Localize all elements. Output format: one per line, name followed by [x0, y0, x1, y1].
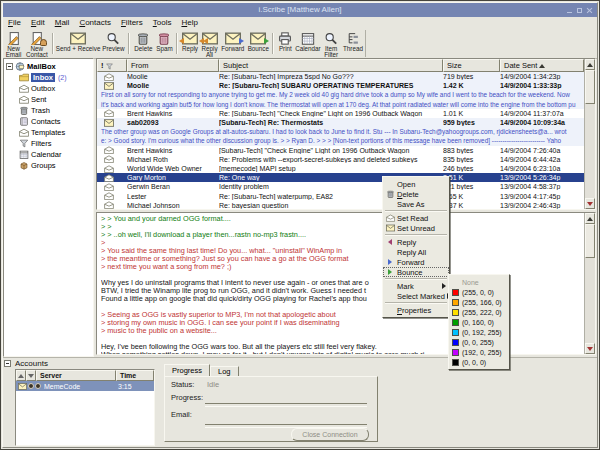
- submenu-item-none[interactable]: None: [449, 277, 509, 287]
- scroll-up-icon[interactable]: [585, 59, 595, 70]
- mail-row[interactable]: Michael RothRe: Problems with --export-s…: [97, 155, 584, 164]
- submenu-item-color[interactable]: (0, 160, 0): [449, 317, 509, 327]
- menu-item-properties[interactable]: Properties: [383, 305, 449, 315]
- bounce-button[interactable]: Bounce: [246, 30, 270, 57]
- title-bar[interactable]: i.Scribe [Matthew Allen]: [3, 3, 597, 17]
- column-receive-arrow[interactable]: [26, 370, 36, 381]
- forward-button[interactable]: Forward: [219, 30, 246, 57]
- preview-button[interactable]: Preview: [101, 30, 127, 57]
- email-label: Email:: [171, 410, 192, 419]
- sidebar-item-outbox[interactable]: Outbox: [19, 83, 93, 94]
- mail-list-scrollbar[interactable]: [584, 59, 595, 209]
- item-filter-button[interactable]: Item Filter: [321, 30, 341, 57]
- mail-row[interactable]: MoolieRe: [Subaru-Tech] Impreza 5spd No …: [97, 72, 584, 81]
- tree-root-mailbox[interactable]: MailBox: [6, 61, 93, 72]
- menu-item-reply-all[interactable]: Reply All: [383, 247, 449, 257]
- toolbar-separator: [126, 30, 132, 57]
- submenu-item-color[interactable]: (192, 0, 255): [449, 347, 509, 357]
- mail-row-selected[interactable]: Gary MortonRe: One way3.51 K13/9/2004 5:…: [97, 173, 584, 182]
- delete-button[interactable]: Delete: [132, 30, 155, 57]
- menu-item-set-unread[interactable]: Set Unread: [383, 223, 449, 233]
- column-time[interactable]: Time: [116, 370, 154, 381]
- menu-item-select-marked[interactable]: Select Marked: [383, 291, 449, 301]
- menu-item-mark[interactable]: Mark: [383, 281, 449, 291]
- column-flag[interactable]: !: [97, 59, 127, 72]
- column-size[interactable]: Size: [443, 59, 500, 72]
- submenu-item-color[interactable]: (255, 166, 0): [449, 297, 509, 307]
- menu-item-save-as[interactable]: Save As: [383, 199, 449, 209]
- thread-button[interactable]: Thread: [341, 30, 365, 57]
- account-row-selected[interactable]: MemeCode 3:15: [16, 381, 154, 391]
- mail-preview-snippet: First on all sorry for not responding to…: [97, 90, 584, 108]
- print-button[interactable]: Print: [276, 30, 294, 57]
- menu-filters[interactable]: Filters: [116, 17, 148, 29]
- mail-row[interactable]: LesterRe: [Subaru-Tech] waterpump, EA821…: [97, 191, 584, 200]
- spam-button[interactable]: Spam: [155, 30, 175, 57]
- submenu-item-color[interactable]: (0, 0, 0): [449, 357, 509, 367]
- minimize-icon[interactable]: [566, 7, 573, 14]
- collapse-icon[interactable]: [6, 63, 13, 70]
- new-contact-icon: [29, 32, 45, 45]
- scroll-down-icon[interactable]: [585, 343, 595, 354]
- sidebar-item-templates[interactable]: Templates: [19, 127, 93, 138]
- submenu-item-color[interactable]: (0, 192, 255): [449, 327, 509, 337]
- submenu-item-color[interactable]: (255, 0, 0): [449, 287, 509, 297]
- menu-item-open[interactable]: Open: [383, 179, 449, 189]
- scrollbar-thumb[interactable]: [585, 70, 595, 104]
- scroll-down-icon[interactable]: [585, 198, 595, 209]
- reply-all-button[interactable]: Reply All: [200, 30, 220, 57]
- sidebar-item-inbox[interactable]: Inbox (2): [19, 72, 93, 83]
- sidebar-item-calendar[interactable]: Calendar: [19, 149, 93, 160]
- menu-item-reply[interactable]: Reply: [383, 237, 449, 247]
- menu-item-forward[interactable]: Forward: [383, 257, 449, 267]
- collapse-panel-icon[interactable]: [4, 360, 11, 367]
- preview-scrollbar[interactable]: [584, 213, 595, 354]
- reply-button[interactable]: Reply: [180, 30, 200, 57]
- send-receive-icon: [70, 32, 86, 45]
- mail-row[interactable]: Brent Hawkins[Subaru-Tech] "Check Engine…: [97, 146, 584, 155]
- trash-icon: [19, 106, 29, 115]
- mail-row[interactable]: Gerwin BeranIdentity problem521 bytes13/…: [97, 182, 584, 191]
- menu-help[interactable]: Help: [176, 17, 202, 29]
- scrollbar-thumb[interactable]: [585, 224, 595, 258]
- mail-row[interactable]: Michael JohnsonRe: bayesian question1.37…: [97, 201, 584, 210]
- mail-preview-snippet: The other group was on Google Groups at …: [97, 127, 584, 145]
- sidebar-item-groups[interactable]: Groups: [19, 160, 93, 171]
- column-send-arrow[interactable]: [16, 370, 26, 381]
- new-email-button[interactable]: New Email: [3, 30, 24, 57]
- column-from[interactable]: From: [127, 59, 219, 72]
- menu-file[interactable]: File: [3, 17, 26, 29]
- sidebar-item-trash[interactable]: Trash: [19, 105, 93, 116]
- read-envelope-icon: [104, 155, 114, 163]
- submenu-item-color[interactable]: (0, 0, 255): [449, 337, 509, 347]
- mail-row[interactable]: sab02093[Subaru-Tech] Re: Thermostats959…: [97, 118, 584, 127]
- menu-item-set-read[interactable]: Set Read: [383, 213, 449, 223]
- calendar-folder-icon: [19, 150, 29, 159]
- menu-contacts[interactable]: Contacts: [74, 17, 116, 29]
- close-icon[interactable]: [586, 7, 593, 14]
- scroll-up-icon[interactable]: [585, 213, 595, 224]
- sidebar-item-filters[interactable]: Filters: [19, 138, 93, 149]
- mail-row[interactable]: MoolieRe: [Subaru-Tech] SUBARU OPERATING…: [97, 81, 584, 90]
- mail-row[interactable]: World Wide Web Owner[memecode] MAPI setu…: [97, 164, 584, 173]
- menu-item-delete[interactable]: Delete: [383, 189, 449, 199]
- column-server[interactable]: Server: [36, 370, 116, 381]
- mail-row[interactable]: Brent HawkinsRe: [Subaru-Tech] "Check En…: [97, 109, 584, 118]
- menu-item-bounce[interactable]: Bounce: [383, 267, 449, 277]
- outbox-icon: [19, 84, 29, 93]
- sidebar-item-sent[interactable]: Sent: [19, 94, 93, 105]
- column-date-sent[interactable]: Date Sent: [500, 59, 584, 72]
- calendar-button[interactable]: Calendar: [294, 30, 321, 57]
- new-contact-button[interactable]: New Contact: [24, 30, 50, 57]
- menu-mail[interactable]: Mail: [50, 17, 75, 29]
- column-subject[interactable]: Subject: [219, 59, 443, 72]
- submenu-item-color[interactable]: (255, 222, 0): [449, 307, 509, 317]
- close-connection-button[interactable]: Close Connection: [291, 428, 369, 441]
- sidebar-item-contacts[interactable]: Contacts: [19, 116, 93, 127]
- read-envelope-icon: [104, 146, 114, 154]
- send-receive-button[interactable]: Send + Receive: [56, 30, 101, 57]
- read-envelope-icon: [104, 174, 114, 182]
- menu-edit[interactable]: Edit: [26, 17, 50, 29]
- menu-tools[interactable]: Tools: [148, 17, 177, 29]
- maximize-icon[interactable]: [576, 7, 583, 14]
